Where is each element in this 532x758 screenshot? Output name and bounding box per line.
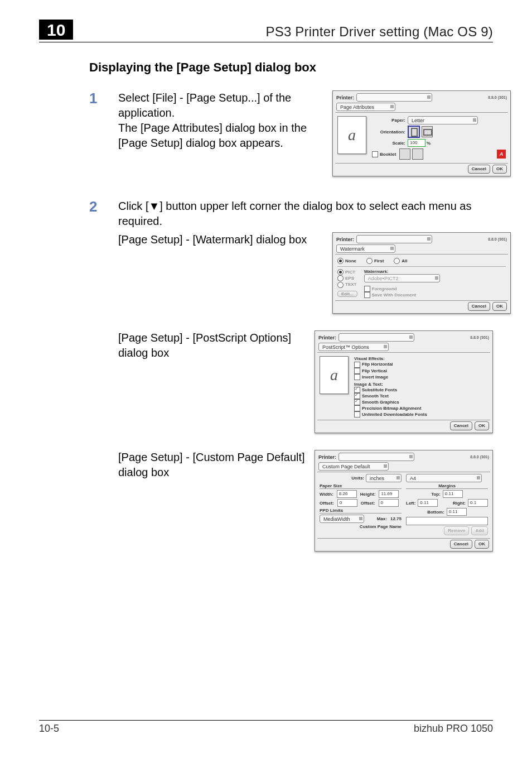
wm-foreground-check[interactable] <box>364 286 370 292</box>
cp-panel-select[interactable]: Custom Page Default <box>318 462 389 471</box>
printer-select[interactable] <box>356 93 432 102</box>
wm-ok-button[interactable]: OK <box>492 302 507 311</box>
chapter-title: PS3 Printer Driver setting (Mac OS 9) <box>265 24 493 40</box>
version-text: 8.8.0 (301) <box>488 95 507 99</box>
orientation-label: Orientation: <box>372 129 405 135</box>
ps-it-head: Image & Text: <box>354 382 488 387</box>
panel-select[interactable]: Page Attributes <box>336 103 395 111</box>
wm-opt-first[interactable] <box>366 258 373 264</box>
ps-printer-select[interactable] <box>338 333 414 342</box>
cp-cancel-button[interactable]: Cancel <box>450 540 472 549</box>
ps-fliph-check[interactable] <box>354 362 360 368</box>
cp-add-button[interactable]: Add <box>471 526 488 535</box>
wm-cancel-button[interactable]: Cancel <box>468 302 490 311</box>
scale-input[interactable]: 100 <box>408 139 425 147</box>
orientation-landscape-icon[interactable] <box>422 126 433 137</box>
cp-ppd-head: PPD Limits <box>320 508 402 513</box>
wm-savedoc-check[interactable] <box>364 292 370 298</box>
cp-left-input[interactable]: 0.11 <box>418 499 438 507</box>
cp-right-input[interactable]: 0.1 <box>468 499 488 507</box>
ps-printer-label: Printer: <box>318 335 336 340</box>
product-name: bizhub PRO 1050 <box>414 723 493 735</box>
wm-opt-all[interactable] <box>394 258 400 264</box>
scale-label: Scale: <box>372 141 405 146</box>
cp-units-select[interactable]: inches <box>366 474 402 482</box>
cp-pagename-select[interactable]: A4 <box>406 474 482 482</box>
ps-ok-button[interactable]: OK <box>475 421 489 430</box>
wm-printer-select[interactable] <box>356 235 432 243</box>
step1-line1: Select [File] - [Page Setup...] of the a… <box>118 90 325 121</box>
booklet-icon-1[interactable] <box>399 148 410 160</box>
ps-preview: a <box>320 356 349 394</box>
wm-printer-label: Printer: <box>336 237 354 242</box>
wm-opt-none[interactable] <box>337 258 344 264</box>
cp-offset1-input[interactable]: 0 <box>337 499 357 507</box>
watermark-dialog: Printer: 8.8.0 (301) Watermark None Fi <box>332 232 511 314</box>
cp-cpn-label: Custom Page Name <box>360 524 402 529</box>
wm-type-eps[interactable] <box>337 275 344 281</box>
step2-sub-watermark: [Page Setup] - [Watermark] dialog box <box>118 232 332 247</box>
cp-pagename-input[interactable] <box>406 517 488 525</box>
step1-line2: The [Page Attributes] dialog box in the … <box>118 121 325 151</box>
printer-label: Printer: <box>336 95 354 100</box>
wm-type-pict[interactable] <box>337 269 344 275</box>
cp-version: 8.8.0 (301) <box>470 455 489 459</box>
orientation-portrait-icon[interactable] <box>408 126 420 138</box>
cp-printer-select[interactable] <box>338 453 414 461</box>
cp-top-input[interactable]: 0.11 <box>443 490 463 498</box>
ps-flipv-check[interactable] <box>354 368 360 374</box>
custom-page-default-dialog: Printer: 8.8.0 (301) Custom Page Default… <box>315 450 493 551</box>
wm-label: Watermark: <box>364 269 506 274</box>
postscript-options-dialog: Printer: 8.8.0 (301) PostScript™ Options… <box>315 330 493 433</box>
ps-invert-check[interactable] <box>354 374 360 380</box>
ps-smoothgfx-check[interactable] <box>354 399 360 405</box>
step2-sub-custom: [Page Setup] - [Custom Page Default] dia… <box>118 450 315 551</box>
page-number: 10-5 <box>39 723 59 735</box>
step-number-2: 2 <box>89 199 118 215</box>
cp-ok-button[interactable]: OK <box>475 540 489 549</box>
paper-label: Paper: <box>372 118 405 123</box>
wm-version: 8.8.0 (301) <box>488 237 507 241</box>
cp-margins-head: Margins <box>406 483 488 488</box>
ps-precision-check[interactable] <box>354 405 360 411</box>
ps-ve-head: Visual Effects: <box>354 356 488 361</box>
page-attributes-dialog: Printer: 8.8.0 (301) Page Attributes a P… <box>332 90 511 176</box>
section-heading: Displaying the [Page Setup] dialog box <box>89 60 493 75</box>
cp-offset2-input[interactable]: 0 <box>379 499 399 507</box>
cp-ppd-select[interactable]: MediaWidth <box>320 515 364 523</box>
booklet-check[interactable] <box>372 151 378 157</box>
cp-width-input[interactable]: 8.26 <box>337 490 357 498</box>
ps-version: 8.8.0 (301) <box>470 335 489 339</box>
wm-value-select[interactable]: Adobe•PICT2 <box>364 274 440 282</box>
cp-papersize-head: Paper Size <box>320 483 402 488</box>
cp-bottom-input[interactable]: 0.11 <box>447 508 467 516</box>
ps-cancel-button[interactable]: Cancel <box>450 421 472 430</box>
wm-type-text[interactable] <box>337 282 344 288</box>
cp-height-input[interactable]: 11.69 <box>379 490 399 498</box>
wm-edit-button[interactable]: Edit... <box>337 291 357 297</box>
booklet-icon-2[interactable] <box>412 148 423 160</box>
cp-printer-label: Printer: <box>318 454 336 460</box>
step2-line: Click [▼] button upper left corner the d… <box>118 199 511 229</box>
paper-select[interactable]: Letter <box>408 116 478 124</box>
wm-panel-select[interactable]: Watermark <box>336 244 395 253</box>
adobe-logo: A <box>497 150 506 159</box>
step2-sub-ps: [Page Setup] - [PostScript Options] dial… <box>118 330 315 433</box>
step-number-1: 1 <box>89 90 118 107</box>
scale-percent: % <box>427 141 431 146</box>
cp-units-label: Units: <box>351 476 364 481</box>
ps-unlimited-check[interactable] <box>354 411 360 418</box>
booklet-label: Booklet <box>380 152 396 157</box>
ok-button[interactable]: OK <box>492 165 507 174</box>
chapter-number: 10 <box>39 20 73 40</box>
page-preview: a <box>337 116 366 154</box>
cancel-button[interactable]: Cancel <box>468 165 490 174</box>
ps-panel-select[interactable]: PostScript™ Options <box>318 343 389 351</box>
cp-remove-button[interactable]: Remove <box>444 526 469 535</box>
